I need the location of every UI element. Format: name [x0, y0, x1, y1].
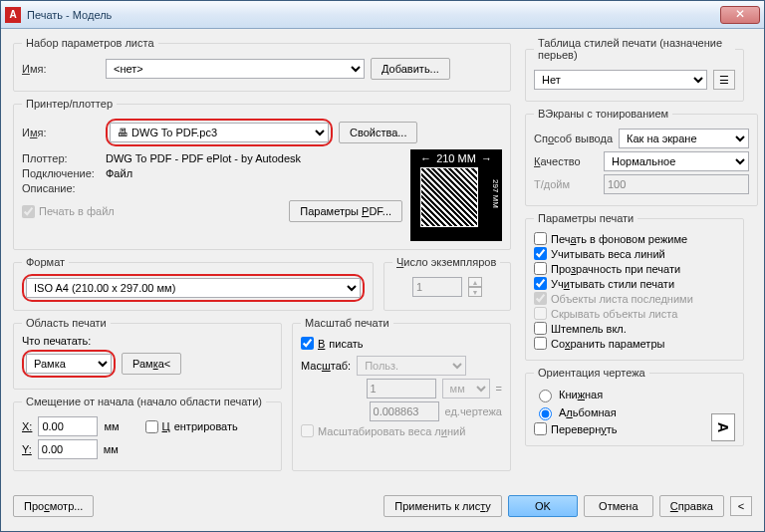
stamp-checkbox[interactable]: Штемпель вкл. — [534, 322, 735, 335]
orientation-icon: A — [711, 413, 735, 441]
copies-group: Число экземпляров ▲▼ — [383, 256, 511, 311]
offset-y-input[interactable] — [38, 439, 98, 459]
drawing-unit-label: ед.чертежа — [445, 405, 502, 417]
cancel-button[interactable]: Отмена — [584, 495, 653, 517]
center-checkbox[interactable]: Центрировать — [145, 420, 238, 433]
paper-format-group: Формат ISO A4 (210.00 x 297.00 мм) — [13, 256, 374, 311]
hide-objects-checkbox: Скрывать объекты листа — [534, 307, 735, 320]
apply-button[interactable]: Применить к листу — [383, 495, 502, 517]
app-icon: A — [5, 7, 21, 23]
orientation-legend: Ориентация чертежа — [534, 367, 649, 379]
style-table-legend: Таблица стилей печати (назначение перьев… — [534, 37, 735, 61]
reverse-checkbox[interactable]: Перевернуть — [534, 422, 735, 435]
window-title: Печать - Модель — [27, 9, 720, 21]
frame-pick-button[interactable]: Рамка< — [122, 353, 181, 375]
viewport-legend: ВЭкраны с тонированием — [534, 108, 672, 120]
printer-name-select[interactable]: 🖶 DWG To PDF.pc3 — [110, 123, 329, 142]
scale-group: Масштаб печати Вписать Масштаб: Польз. м… — [292, 317, 511, 471]
offset-x-input[interactable] — [38, 416, 98, 436]
pdf-params-button[interactable]: Параметры PDF... — [289, 200, 402, 222]
pageset-name-label: ИИмя:мя: — [22, 63, 100, 75]
paperspace-last-checkbox: Объекты листа последними — [534, 292, 735, 305]
options-legend: Параметры печати — [534, 212, 638, 224]
expand-button[interactable]: < — [730, 496, 752, 516]
what-print-label: Что печатать: — [22, 335, 273, 347]
plot-area-group: Область печати Что печатать: Рамка Рамка… — [13, 317, 282, 390]
print-dialog: A Печать - Модель ✕ Набор параметров лис… — [0, 0, 765, 532]
copies-legend: Число экземпляров — [392, 256, 500, 268]
printer-legend: Принтер/плоттер — [22, 98, 117, 110]
what-print-select[interactable]: Рамка — [26, 354, 112, 374]
plot-styles-checkbox[interactable]: Учитывать стили печати — [534, 277, 735, 290]
connection-value: Файл — [106, 167, 132, 179]
scale-select: Польз. — [357, 356, 466, 376]
scale-denom-input — [370, 401, 439, 421]
print-to-file-checkbox: Печать в файл — [22, 205, 115, 218]
add-pageset-button[interactable]: Добавить... — [371, 58, 450, 80]
quality-select[interactable]: Нормальное — [604, 151, 749, 171]
format-legend: Формат — [22, 256, 69, 268]
scale-num-input — [367, 379, 436, 399]
portrait-radio[interactable]: Книжная — [534, 387, 735, 402]
orientation-group: Ориентация чертежа Книжная Альбомная Пер… — [525, 367, 744, 446]
preview-height: 297 MM — [491, 179, 500, 208]
printer-group: Принтер/плоттер Имя: 🖶 DWG To PDF.pc3 Св… — [13, 98, 511, 250]
quality-label: Качество — [534, 155, 598, 167]
copies-spinner: ▲▼ — [468, 277, 482, 297]
save-params-checkbox[interactable]: Сохранить параметры — [534, 337, 735, 350]
plotter-label: Плоттер: — [22, 152, 100, 164]
paper-format-select[interactable]: ISO A4 (210.00 x 297.00 мм) — [26, 278, 361, 298]
title-bar: A Печать - Модель ✕ — [1, 1, 764, 29]
area-legend: Область печати — [22, 317, 111, 329]
scale-unit-select: мм — [442, 379, 490, 399]
scale-weights-checkbox: Масштабировать веса линий — [301, 424, 502, 437]
preview-width: 210 MM — [436, 152, 476, 164]
pageset-name-select[interactable]: <нет> — [106, 59, 365, 79]
printer-name-label: Имя: — [22, 127, 100, 138]
button-bar: Просмотр... Применить к листу OK Отмена … — [1, 489, 764, 523]
plotter-value: DWG To PDF - PDF ePlot - by Autodesk — [106, 152, 301, 164]
help-button[interactable]: Справка — [659, 495, 724, 517]
paper-preview: ←210 MM→ 297 MM — [410, 149, 502, 241]
connection-label: Подключение: — [22, 167, 100, 179]
viewport-group: ВЭкраны с тонированием Способ выводаКак … — [525, 108, 758, 206]
copies-input — [412, 277, 462, 297]
scale-legend: Масштаб печати — [301, 317, 393, 329]
scale-label: Масштаб: — [301, 360, 351, 372]
style-table-group: Таблица стилей печати (назначение перьев… — [525, 37, 744, 102]
preview-button[interactable]: Просмотр... — [13, 495, 94, 517]
dpi-label: Т/дойм — [534, 178, 598, 190]
x-label: X: — [22, 420, 32, 432]
description-label: Описание: — [22, 182, 100, 194]
dpi-input — [604, 174, 749, 194]
lineweights-checkbox[interactable]: Учитывать веса линий — [534, 247, 735, 260]
page-setup-group: Набор параметров листа ИИмя:мя: <нет> До… — [13, 37, 511, 92]
bg-print-checkbox[interactable]: Печать в фоновом режиме — [534, 232, 735, 245]
ok-button[interactable]: OK — [508, 495, 578, 517]
printer-props-button[interactable]: Свойства... — [339, 122, 417, 143]
print-options-group: Параметры печати Печать в фоновом режиме… — [525, 212, 744, 361]
shade-mode-select[interactable]: Как на экране — [619, 129, 749, 148]
shade-mode-label: Способ вывода — [534, 133, 613, 144]
style-table-select[interactable]: Нет — [534, 70, 707, 90]
landscape-radio[interactable]: Альбомная — [534, 404, 735, 420]
style-edit-button[interactable]: ☰ — [713, 70, 735, 90]
transparency-checkbox[interactable]: Прозрачность при печати — [534, 262, 735, 275]
fit-checkbox[interactable]: Вписать — [301, 337, 502, 350]
offset-legend: Смещение от начала (начало области печат… — [22, 396, 266, 407]
y-label: Y: — [22, 443, 32, 455]
offset-group: Смещение от начала (начало области печат… — [13, 396, 282, 471]
close-button[interactable]: ✕ — [720, 6, 760, 24]
page-setup-legend: Набор параметров листа — [22, 37, 158, 49]
